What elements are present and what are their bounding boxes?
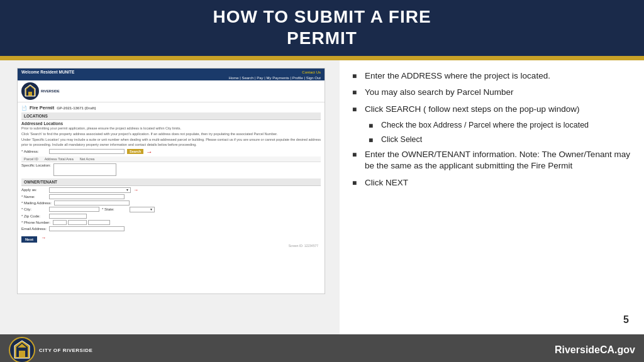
- footer: CITY OF RIVERSIDE RiversideCA.gov: [0, 334, 644, 362]
- sim-instructions-2: Click 'Search' to find the property addr…: [21, 132, 321, 136]
- sim-next-btn[interactable]: Next: [21, 236, 37, 243]
- sim-permit-title: 📄 Fire Permit GP-2021-13671 (Draft): [21, 105, 321, 111]
- sim-arrow-1: →: [146, 148, 152, 155]
- sim-specific-loc-input[interactable]: [53, 163, 116, 176]
- page-number: 5: [623, 314, 629, 326]
- sim-instructions-1: Prior to submitting your permit applicat…: [21, 126, 321, 131]
- sim-navbar: Welcome Resident MUNITE Contact Us: [18, 69, 325, 75]
- sim-state-label: * State:: [102, 207, 127, 211]
- sim-apply-as-select[interactable]: ▼: [49, 187, 131, 193]
- bullet-text-2: You may also search by Parcel Number: [365, 87, 514, 98]
- svg-rect-2: [28, 92, 32, 96]
- sim-city-state-row: * City: * State: ▼: [21, 207, 321, 212]
- sim-phone-mid[interactable]: [68, 220, 87, 225]
- footer-city-name: CITY OF RIVERSIDE: [39, 348, 92, 353]
- bullet-text-7: Click NEXT: [365, 177, 408, 189]
- sim-phone-label: * Phone Number:: [21, 221, 50, 224]
- sim-mailing-input[interactable]: [54, 200, 130, 206]
- sim-phone-row: * Phone Number:: [21, 220, 321, 225]
- sim-apply-as-row: Apply as: ▼ →: [21, 187, 321, 193]
- footer-website: RiversideCA.gov: [555, 344, 635, 356]
- instruction-list: ■ Enter the ADDRESS where the project is…: [352, 70, 631, 189]
- sim-locations-header: LOCATIONS: [21, 112, 321, 120]
- sim-address-label: * Address:: [21, 150, 47, 153]
- sim-name-label: * Name:: [21, 195, 47, 199]
- bullet-5: ■ Click Select: [369, 134, 631, 145]
- bullet-7: ■ Click NEXT: [352, 177, 631, 189]
- bullet-text-3: Click SEARCH ( follow next steps on the …: [365, 104, 579, 115]
- footer-logo-circle: [9, 337, 35, 362]
- sim-arrow-2: →: [133, 187, 138, 193]
- sim-zip-input[interactable]: [49, 214, 87, 219]
- sim-state-select[interactable]: ▼: [130, 207, 155, 212]
- screenshot: Welcome Resident MUNITE Contact Us Home …: [17, 68, 325, 294]
- sim-mailing-row: * Mailing Address:: [21, 200, 321, 206]
- bullet-text-5: Click Select: [381, 134, 422, 145]
- sim-city-label: * City:: [21, 207, 47, 211]
- bullet-text-1: Enter the ADDRESS where the project is l…: [365, 70, 550, 82]
- sim-name-row: * Name:: [21, 194, 321, 199]
- sim-specific-loc-row: Specific Location:: [21, 163, 321, 176]
- bullet-2: ■ You may also search by Parcel Number: [352, 87, 631, 98]
- sim-city-input[interactable]: [49, 207, 99, 212]
- svg-rect-5: [19, 351, 25, 357]
- page-title: HOW TO SUBMIT A FIRE PERMIT: [13, 6, 631, 48]
- bullet-6: ■ Enter the OWNER/TENANT information. No…: [352, 149, 631, 172]
- bullet-text-6: Enter the OWNER/TENANT information. Note…: [365, 149, 631, 172]
- bullet-1: ■ Enter the ADDRESS where the project is…: [352, 70, 631, 82]
- sim-address-input[interactable]: [49, 149, 125, 154]
- sim-contact: Contact Us: [302, 70, 321, 74]
- sim-addressed-loc: Addressed Locations: [21, 121, 321, 126]
- sim-table-header: Parcel ID Address Total Area Net Acres: [21, 156, 321, 162]
- bullet-marker-1: ■: [352, 70, 361, 81]
- bullet-marker-5: ■: [369, 134, 377, 145]
- sim-phone-area[interactable]: [53, 220, 67, 225]
- sim-logo: [21, 82, 39, 100]
- sim-address-row: * Address: Search →: [21, 148, 321, 155]
- footer-logo-area: CITY OF RIVERSIDE: [9, 337, 92, 362]
- bullet-3: ■ Click SEARCH ( follow next steps on th…: [352, 104, 631, 115]
- right-panel: ■ Enter the ADDRESS where the project is…: [340, 60, 644, 334]
- sim-logo-bar: RIVERSIDE: [18, 80, 325, 102]
- sim-nav-links: Home | Search | Pay | My Payments | Prof…: [18, 75, 325, 80]
- sim-email-row: Email Address:: [21, 226, 321, 231]
- bullet-marker-3: ■: [352, 104, 361, 114]
- sim-mailing-label: * Mailing Address:: [21, 201, 52, 205]
- bullet-marker-6: ■: [352, 149, 361, 160]
- main-content: Welcome Resident MUNITE Contact Us Home …: [0, 60, 644, 334]
- sim-zip-label: * Zip Code:: [21, 214, 47, 218]
- sim-phone-last[interactable]: [88, 220, 110, 225]
- sim-name-input[interactable]: [49, 194, 125, 199]
- sim-owner-header: OWNER/TENANT: [21, 178, 321, 186]
- sim-specific-loc-label: Specific Location:: [21, 163, 51, 167]
- sim-apply-as-label: Apply as:: [21, 188, 47, 192]
- sim-search-btn[interactable]: Search: [127, 149, 143, 154]
- bullet-marker-2: ■: [352, 87, 361, 97]
- sim-phone-inputs: [53, 220, 110, 225]
- bullet-marker-4: ■: [369, 120, 377, 131]
- sim-screen-id: Screen ID: 12234577: [21, 243, 321, 249]
- bullet-text-4: Check the box Address / Parcel where the…: [381, 120, 589, 131]
- sim-owner-section: OWNER/TENANT Apply as: ▼ → * Name: * Mai…: [21, 178, 321, 243]
- sim-arrow-3: →: [41, 235, 46, 241]
- sim-welcome: Welcome Resident MUNITE: [21, 70, 74, 74]
- sim-zip-row: * Zip Code:: [21, 214, 321, 219]
- sim-form-body: 📄 Fire Permit GP-2021-13671 (Draft) LOCA…: [18, 102, 325, 251]
- sim-instructions-3: Under 'Specific Location' you may includ…: [21, 138, 321, 146]
- sim-next-row: Next →: [21, 234, 321, 243]
- bullet-marker-7: ■: [352, 177, 361, 188]
- page-header: HOW TO SUBMIT A FIRE PERMIT: [0, 0, 644, 58]
- sim-email-label: Email Address:: [21, 227, 47, 231]
- sim-riverside-label: RIVERSIDE: [41, 89, 60, 93]
- sim-email-input[interactable]: [49, 226, 125, 231]
- left-panel: Welcome Resident MUNITE Contact Us Home …: [0, 60, 340, 334]
- bullet-4: ■ Check the box Address / Parcel where t…: [369, 120, 631, 131]
- sim-links: Home | Search | Pay | My Payments | Prof…: [228, 76, 321, 80]
